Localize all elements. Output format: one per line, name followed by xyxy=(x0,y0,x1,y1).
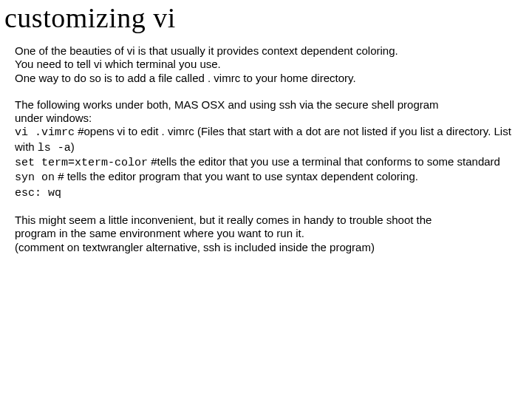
code-esc-wq: esc: wq xyxy=(15,187,61,200)
p1-line1: One of the beauties of vi is that usuall… xyxy=(15,44,398,57)
code-vi-vimrc: vi .vimrc xyxy=(15,126,75,139)
p3-line2: program in the same environment where yo… xyxy=(15,227,304,239)
paragraph-2: The following works under both, MAS OSX … xyxy=(15,98,520,200)
p2-cmd1-close: ) xyxy=(71,140,75,153)
code-set-term: set term=xterm-color xyxy=(15,157,148,169)
code-syn-on: syn on xyxy=(15,171,55,184)
paragraph-3: This might seem a little inconvenient, b… xyxy=(15,214,520,254)
code-ls-a: ls -a xyxy=(38,142,71,154)
p2-cmd1-rest: #opens vi to edit . vimrc (Files that st… xyxy=(15,125,511,152)
page-title: customizing vi xyxy=(4,1,528,34)
p1-line3: One way to do so is to add a file called… xyxy=(15,72,356,84)
p3-line1: This might seem a little inconvenient, b… xyxy=(15,214,432,226)
p1-line2: You need to tell vi which terminal you u… xyxy=(15,58,221,70)
body-text: One of the beauties of vi is that usuall… xyxy=(4,44,528,254)
p2-cmd2-rest: #tells the editor that you use a termina… xyxy=(148,155,500,168)
document-page: customizing vi One of the beauties of vi… xyxy=(0,1,532,254)
paragraph-1: One of the beauties of vi is that usuall… xyxy=(15,44,520,85)
p2-intro2: under windows: xyxy=(15,112,92,124)
p2-cmd3-rest: # tells the editor program that you want… xyxy=(55,170,418,183)
p2-intro1: The following works under both, MAS OSX … xyxy=(15,98,439,111)
p3-line3: (comment on textwrangler alternative, ss… xyxy=(15,241,375,253)
